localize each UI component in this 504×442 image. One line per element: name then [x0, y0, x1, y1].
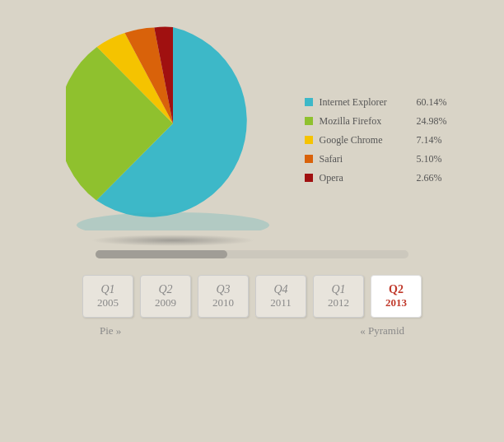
- quarter-button[interactable]: Q2 2013: [371, 275, 422, 318]
- quarter-button[interactable]: Q1 2012: [313, 275, 364, 318]
- quarter-year: 2009: [155, 296, 176, 309]
- quarter-label: Q4: [273, 283, 287, 296]
- pie-shadow: [91, 235, 255, 246]
- legend-item: Mozilla Firefox 24.98%: [305, 115, 447, 128]
- quarter-button[interactable]: Q2 2009: [140, 275, 191, 318]
- legend-percent: 2.66%: [417, 172, 442, 184]
- legend-item: Safari 5.10%: [305, 153, 447, 165]
- legend-percent: 24.98%: [417, 115, 447, 128]
- pie-nav-link[interactable]: Pie »: [100, 324, 121, 337]
- pie-chart-wrapper: [58, 16, 288, 247]
- legend-color-dot: [305, 117, 313, 125]
- chart-area: Internet Explorer 60.14% Mozilla Firefox…: [0, 16, 504, 247]
- scrollbar-track[interactable]: [96, 250, 408, 258]
- main-container: Internet Explorer 60.14% Mozilla Firefox…: [0, 0, 504, 442]
- quarter-label: Q1: [331, 283, 345, 296]
- legend-color-dot: [305, 155, 313, 163]
- quarter-label: Q3: [216, 283, 230, 296]
- quarter-label: Q2: [389, 283, 404, 296]
- legend-browser-name: Mozilla Firefox: [320, 115, 410, 128]
- quarter-year: 2013: [385, 296, 407, 309]
- quarter-year: 2011: [270, 296, 292, 309]
- scrollbar-area: [96, 250, 408, 258]
- legend-browser-name: Google Chrome: [320, 134, 410, 147]
- legend-browser-name: Opera: [320, 172, 410, 184]
- quarter-buttons-row: Q1 2005 Q2 2009 Q3 2010 Q4 2011 Q1 2012 …: [82, 275, 422, 318]
- legend-color-dot: [305, 98, 313, 106]
- legend-browser-name: Internet Explorer: [320, 96, 410, 109]
- pyramid-nav-link[interactable]: « Pyramid: [360, 324, 404, 337]
- quarter-year: 2012: [328, 296, 349, 309]
- svg-rect-0: [305, 98, 313, 106]
- quarter-year: 2005: [97, 296, 119, 309]
- legend-item: Opera 2.66%: [305, 172, 447, 184]
- legend-color-dot: [305, 136, 313, 144]
- legend-item: Google Chrome 7.14%: [305, 134, 447, 147]
- legend-percent: 5.10%: [417, 153, 442, 165]
- quarter-year: 2010: [212, 296, 234, 309]
- legend-item: Internet Explorer 60.14%: [305, 96, 447, 109]
- quarter-label: Q1: [100, 283, 114, 296]
- pie-base-ellipse: [77, 212, 269, 230]
- svg-rect-3: [305, 155, 313, 163]
- svg-rect-1: [305, 117, 313, 125]
- quarter-button[interactable]: Q4 2011: [255, 275, 306, 318]
- svg-rect-4: [305, 174, 313, 182]
- chart-legend: Internet Explorer 60.14% Mozilla Firefox…: [305, 96, 447, 184]
- chart-type-nav: Pie » « Pyramid: [100, 324, 404, 337]
- quarter-button[interactable]: Q1 2005: [82, 275, 133, 318]
- quarter-label: Q2: [158, 283, 172, 296]
- quarter-button[interactable]: Q3 2010: [198, 275, 249, 318]
- legend-color-dot: [305, 174, 313, 182]
- pie-chart: [66, 16, 280, 230]
- legend-percent: 7.14%: [417, 134, 442, 147]
- scrollbar-thumb[interactable]: [96, 250, 227, 258]
- svg-rect-2: [305, 136, 313, 144]
- legend-percent: 60.14%: [417, 96, 447, 109]
- legend-browser-name: Safari: [320, 153, 410, 165]
